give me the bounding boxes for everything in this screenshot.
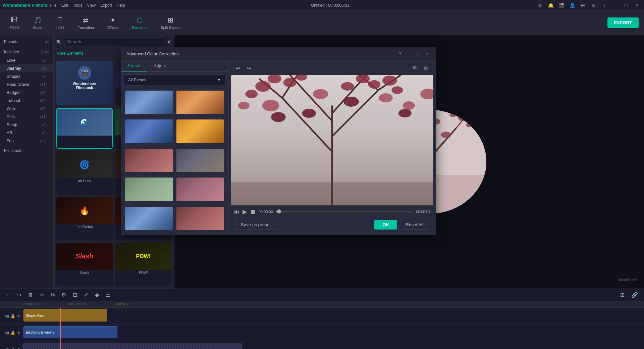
timeline-marker[interactable]: ◆ — [93, 291, 101, 299]
sidebar-item-emoji[interactable]: Emoji (9) — [0, 121, 53, 129]
track-1-eye[interactable]: 👁 — [17, 314, 21, 318]
sidebar-included[interactable]: Included (256) — [0, 48, 53, 56]
preset-elegant[interactable]: Elegant — [125, 178, 173, 203]
menu-edit[interactable]: Edit — [61, 3, 68, 8]
titles-tool[interactable]: T Titles — [52, 14, 68, 31]
menu-tools[interactable]: Tools — [73, 3, 82, 8]
timeline-copy[interactable]: ⎘ — [49, 291, 57, 299]
preset-cool[interactable]: Cool — [125, 91, 173, 116]
media-tool[interactable]: 🎞 Media — [5, 14, 23, 31]
playhead[interactable] — [60, 308, 61, 349]
timeline-fit[interactable]: ⤢ — [82, 291, 90, 299]
sidebar-item-tutorial[interactable]: Tutorial (64) — [0, 97, 53, 105]
timeline-delete[interactable]: 🗑 — [26, 291, 36, 299]
preset-boost-label: Boost Color — [125, 172, 173, 174]
sidebar-item-web[interactable]: Web (56) — [0, 105, 53, 113]
menu-export[interactable]: Export — [100, 3, 112, 8]
preset-dropdown[interactable]: All Presets ▼ — [124, 74, 225, 85]
svg-point-47 — [343, 97, 359, 107]
track-1-clip[interactable]: Shape Mask — [23, 309, 107, 321]
export-button[interactable]: EXPORT — [607, 17, 639, 28]
sidebar-favorite[interactable]: Favorite (0) — [0, 38, 53, 46]
timeline-undo[interactable]: ↩ — [4, 291, 12, 299]
element-selected[interactable]: 🌊 — [56, 108, 113, 149]
filmstock-card[interactable]: 🎬 WondershareFilmstock — [56, 61, 113, 105]
preset-p9[interactable] — [125, 207, 173, 232]
preset-warm-label: Warm — [176, 114, 224, 116]
maximize-button[interactable]: □ — [621, 1, 631, 10]
split-screen-tool[interactable]: ⊞ Split Screen — [157, 14, 184, 32]
track-2-eye[interactable]: 👁 — [17, 331, 21, 335]
close-button[interactable]: × — [632, 1, 641, 10]
dialog-close-button[interactable]: × — [424, 51, 430, 57]
dialog-help-button[interactable]: ? — [397, 51, 404, 57]
sidebar-item-fun[interactable]: Fun (57) — [0, 137, 53, 145]
sidebar-item-pets[interactable]: Pets (11) — [0, 113, 53, 121]
add-track-button[interactable]: ⊞ — [618, 291, 627, 299]
skip-back-button[interactable]: ⏮ — [234, 208, 240, 215]
element-air-curly[interactable]: 🌀 Air Curly — [56, 151, 113, 194]
split-screen-label: Split Screen — [161, 26, 180, 30]
menu-file[interactable]: File — [50, 3, 56, 8]
tab-preset[interactable]: Preset — [121, 60, 147, 71]
preset-warm-max[interactable]: Warm Max — [176, 119, 224, 145]
track-3-eye[interactable]: 👁 — [17, 347, 21, 349]
titlebar-icon-6: ✉ — [589, 1, 598, 10]
dialog-maximize-button[interactable]: □ — [416, 51, 422, 57]
search-input[interactable] — [64, 38, 165, 46]
track-2-clip[interactable]: Electricity Energy 2 — [23, 326, 117, 338]
eye-button[interactable]: 👁 — [410, 64, 419, 72]
ok-button[interactable]: OK — [374, 220, 397, 230]
audio-tool[interactable]: 🎵 Audio — [29, 14, 46, 32]
reset-all-button[interactable]: Reset All — [400, 220, 429, 230]
timeline-more[interactable]: ☰ — [104, 291, 112, 299]
transition-tool[interactable]: ⇄ Transition — [74, 14, 98, 32]
effects-tool[interactable]: ✦ Effects — [103, 14, 122, 32]
timeline-cut[interactable]: ✂ — [38, 291, 47, 299]
compare-button[interactable]: ⊠ — [422, 64, 430, 72]
more-elements-label: More Elements — [56, 51, 84, 56]
preset-brighten-label: Brighten — [176, 201, 224, 203]
preset-shadow-thumb — [176, 149, 224, 172]
play-button[interactable]: ▶ — [243, 208, 247, 215]
elements-tool[interactable]: ⬡ Elements — [128, 14, 151, 32]
sidebar-web-label: Web — [7, 106, 15, 111]
app-logo: Wondershare Filmora — [3, 3, 47, 8]
tab-adjust[interactable]: Adjust — [147, 60, 173, 71]
element-fire-fireball[interactable]: 🔥 Fire Fireball — [56, 197, 113, 240]
playback-timeline[interactable] — [276, 211, 413, 212]
timeline-redo[interactable]: ↪ — [15, 291, 23, 299]
sidebar-item-shapes[interactable]: Shapes (6) — [0, 72, 53, 81]
sidebar-item-ar[interactable]: AR (8) — [0, 129, 53, 137]
sidebar-filmstock[interactable]: Filmstock — [0, 146, 53, 155]
preset-warm[interactable]: Warm — [176, 91, 224, 116]
track-2-lock[interactable]: 🔒 — [10, 331, 15, 335]
timeline-crop[interactable]: ⊡ — [71, 291, 79, 299]
sidebar-item-badges[interactable]: Badges (12) — [0, 89, 53, 97]
preset-shadow-details[interactable]: Shadow Details — [176, 149, 224, 174]
preset-boost-color[interactable]: Boost Color — [125, 149, 173, 174]
sidebar-item-love[interactable]: Love (6) — [0, 56, 53, 64]
track-3-lock[interactable]: 🔒 — [10, 347, 15, 349]
sidebar-item-handdrawn[interactable]: Hand Drawn (21) — [0, 81, 53, 89]
preset-p10[interactable] — [176, 207, 224, 232]
preset-brighten[interactable]: Brighten — [176, 178, 224, 203]
element-slash[interactable]: Slash Slash — [56, 243, 113, 286]
save-as-preset-button[interactable]: Save as preset — [235, 220, 276, 230]
track-3-clip[interactable] — [23, 343, 241, 349]
minimize-button[interactable]: — — [610, 1, 620, 10]
menu-view[interactable]: View — [87, 3, 96, 8]
timeline-settings[interactable]: ⚙ — [59, 291, 68, 299]
track-2-controls: 📹 🔒 👁 — [0, 331, 23, 335]
dialog-minimize-button[interactable]: — — [406, 51, 414, 57]
stop-button[interactable]: ⏹ — [250, 208, 256, 215]
preset-cool-max[interactable]: Cool Max — [125, 119, 173, 145]
track-1-lock[interactable]: 🔒 — [10, 314, 15, 318]
menu-help[interactable]: Help — [117, 3, 125, 8]
sidebar-item-journey[interactable]: Journey (6) — [0, 64, 53, 72]
preset-cool-thumb — [125, 91, 173, 114]
element-pow[interactable]: POW! POW! — [115, 243, 172, 286]
redo-button[interactable]: ↪ — [245, 64, 253, 72]
undo-button[interactable]: ↩ — [234, 64, 242, 72]
link-button[interactable]: 🔗 — [629, 291, 640, 299]
